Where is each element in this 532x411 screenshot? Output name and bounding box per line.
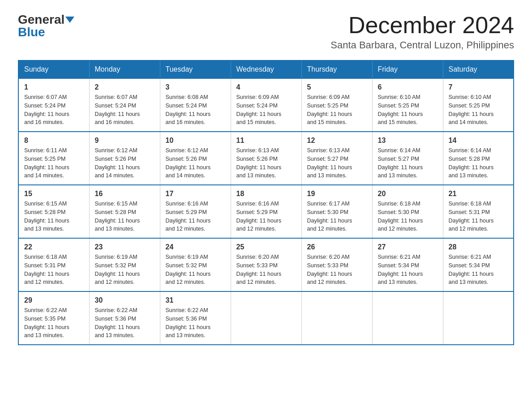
day-number: 21 <box>449 190 508 198</box>
day-number: 30 <box>95 296 154 304</box>
day-info: Sunrise: 6:20 AMSunset: 5:33 PMDaylight:… <box>236 253 296 287</box>
day-info: Sunrise: 6:07 AMSunset: 5:24 PMDaylight:… <box>24 93 84 127</box>
day-number: 28 <box>449 243 508 251</box>
page-header: General Blue December 2024 Santa Barbara… <box>18 13 514 51</box>
calendar-cell <box>372 291 443 345</box>
logo-blue-text: Blue <box>18 26 45 39</box>
calendar-header-row: SundayMondayTuesdayWednesdayThursdayFrid… <box>18 60 514 78</box>
day-number: 20 <box>378 190 438 198</box>
month-title: December 2024 <box>330 13 514 37</box>
day-info: Sunrise: 6:17 AMSunset: 5:30 PMDaylight:… <box>307 200 367 233</box>
day-number: 8 <box>24 137 84 145</box>
calendar-cell: 21Sunrise: 6:18 AMSunset: 5:31 PMDayligh… <box>443 185 514 238</box>
calendar-cell: 9Sunrise: 6:12 AMSunset: 5:26 PMDaylight… <box>89 132 160 185</box>
calendar-cell: 16Sunrise: 6:15 AMSunset: 5:28 PMDayligh… <box>89 185 160 238</box>
day-info: Sunrise: 6:19 AMSunset: 5:32 PMDaylight:… <box>166 253 225 287</box>
day-number: 18 <box>236 190 296 198</box>
calendar-header-thursday: Thursday <box>301 60 372 78</box>
calendar-cell: 29Sunrise: 6:22 AMSunset: 5:35 PMDayligh… <box>18 291 89 345</box>
calendar-header-friday: Friday <box>372 60 443 78</box>
day-number: 14 <box>449 137 508 145</box>
day-number: 13 <box>378 137 438 145</box>
day-info: Sunrise: 6:22 AMSunset: 5:36 PMDaylight:… <box>95 306 154 340</box>
day-number: 19 <box>307 190 367 198</box>
day-info: Sunrise: 6:18 AMSunset: 5:31 PMDaylight:… <box>449 200 508 233</box>
day-number: 15 <box>24 190 84 198</box>
calendar-cell: 2Sunrise: 6:07 AMSunset: 5:24 PMDaylight… <box>89 78 160 132</box>
calendar-cell: 20Sunrise: 6:18 AMSunset: 5:30 PMDayligh… <box>372 185 443 238</box>
calendar-cell: 25Sunrise: 6:20 AMSunset: 5:33 PMDayligh… <box>231 238 301 291</box>
day-info: Sunrise: 6:22 AMSunset: 5:35 PMDaylight:… <box>24 306 84 340</box>
title-section: December 2024 Santa Barbara, Central Luz… <box>330 13 514 51</box>
day-info: Sunrise: 6:21 AMSunset: 5:34 PMDaylight:… <box>449 253 508 287</box>
calendar-cell: 18Sunrise: 6:16 AMSunset: 5:29 PMDayligh… <box>231 185 301 238</box>
calendar-cell: 27Sunrise: 6:21 AMSunset: 5:34 PMDayligh… <box>372 238 443 291</box>
day-info: Sunrise: 6:14 AMSunset: 5:28 PMDaylight:… <box>449 146 508 180</box>
day-info: Sunrise: 6:14 AMSunset: 5:27 PMDaylight:… <box>378 146 438 180</box>
calendar-cell: 14Sunrise: 6:14 AMSunset: 5:28 PMDayligh… <box>443 132 514 185</box>
day-info: Sunrise: 6:18 AMSunset: 5:30 PMDaylight:… <box>378 200 438 233</box>
day-info: Sunrise: 6:15 AMSunset: 5:28 PMDaylight:… <box>95 200 154 233</box>
calendar-cell: 4Sunrise: 6:09 AMSunset: 5:24 PMDaylight… <box>231 78 301 132</box>
calendar-cell: 19Sunrise: 6:17 AMSunset: 5:30 PMDayligh… <box>301 185 372 238</box>
calendar-cell: 8Sunrise: 6:11 AMSunset: 5:25 PMDaylight… <box>18 132 89 185</box>
calendar-week-2: 8Sunrise: 6:11 AMSunset: 5:25 PMDaylight… <box>18 132 514 185</box>
calendar-cell: 5Sunrise: 6:09 AMSunset: 5:25 PMDaylight… <box>301 78 372 132</box>
location-title: Santa Barbara, Central Luzon, Philippine… <box>330 39 514 51</box>
calendar-cell: 7Sunrise: 6:10 AMSunset: 5:25 PMDaylight… <box>443 78 514 132</box>
day-number: 2 <box>95 83 154 91</box>
calendar-header-tuesday: Tuesday <box>160 60 231 78</box>
logo-triangle-icon <box>65 17 74 23</box>
calendar-cell: 10Sunrise: 6:12 AMSunset: 5:26 PMDayligh… <box>160 132 231 185</box>
calendar-week-4: 22Sunrise: 6:18 AMSunset: 5:31 PMDayligh… <box>18 238 514 291</box>
day-number: 24 <box>166 243 225 251</box>
day-info: Sunrise: 6:08 AMSunset: 5:24 PMDaylight:… <box>166 93 225 127</box>
day-info: Sunrise: 6:16 AMSunset: 5:29 PMDaylight:… <box>236 200 296 233</box>
day-number: 4 <box>236 83 296 91</box>
day-info: Sunrise: 6:10 AMSunset: 5:25 PMDaylight:… <box>378 93 438 127</box>
calendar-week-5: 29Sunrise: 6:22 AMSunset: 5:35 PMDayligh… <box>18 291 514 345</box>
calendar-cell: 31Sunrise: 6:22 AMSunset: 5:36 PMDayligh… <box>160 291 231 345</box>
day-number: 27 <box>378 243 438 251</box>
day-number: 7 <box>449 83 508 91</box>
calendar-header-wednesday: Wednesday <box>231 60 301 78</box>
calendar-cell <box>443 291 514 345</box>
day-number: 10 <box>166 137 225 145</box>
day-number: 9 <box>95 137 154 145</box>
calendar-cell: 23Sunrise: 6:19 AMSunset: 5:32 PMDayligh… <box>89 238 160 291</box>
day-number: 3 <box>166 83 225 91</box>
day-number: 6 <box>378 83 438 91</box>
calendar-cell: 11Sunrise: 6:13 AMSunset: 5:26 PMDayligh… <box>231 132 301 185</box>
day-info: Sunrise: 6:13 AMSunset: 5:27 PMDaylight:… <box>307 146 367 180</box>
calendar-week-1: 1Sunrise: 6:07 AMSunset: 5:24 PMDaylight… <box>18 78 514 132</box>
calendar-cell: 26Sunrise: 6:20 AMSunset: 5:33 PMDayligh… <box>301 238 372 291</box>
day-info: Sunrise: 6:10 AMSunset: 5:25 PMDaylight:… <box>449 93 508 127</box>
day-info: Sunrise: 6:22 AMSunset: 5:36 PMDaylight:… <box>166 306 225 340</box>
calendar-header-sunday: Sunday <box>18 60 89 78</box>
calendar-cell: 6Sunrise: 6:10 AMSunset: 5:25 PMDaylight… <box>372 78 443 132</box>
logo: General Blue <box>18 13 74 39</box>
day-number: 17 <box>166 190 225 198</box>
day-number: 25 <box>236 243 296 251</box>
day-number: 29 <box>24 296 84 304</box>
day-info: Sunrise: 6:11 AMSunset: 5:25 PMDaylight:… <box>24 146 84 180</box>
day-info: Sunrise: 6:09 AMSunset: 5:25 PMDaylight:… <box>307 93 367 127</box>
logo-general-text: General <box>18 13 64 26</box>
calendar-cell: 3Sunrise: 6:08 AMSunset: 5:24 PMDaylight… <box>160 78 231 132</box>
day-number: 23 <box>95 243 154 251</box>
day-info: Sunrise: 6:19 AMSunset: 5:32 PMDaylight:… <box>95 253 154 287</box>
calendar-cell: 28Sunrise: 6:21 AMSunset: 5:34 PMDayligh… <box>443 238 514 291</box>
day-number: 11 <box>236 137 296 145</box>
day-number: 1 <box>24 83 84 91</box>
day-info: Sunrise: 6:15 AMSunset: 5:28 PMDaylight:… <box>24 200 84 233</box>
calendar-cell: 1Sunrise: 6:07 AMSunset: 5:24 PMDaylight… <box>18 78 89 132</box>
day-info: Sunrise: 6:21 AMSunset: 5:34 PMDaylight:… <box>378 253 438 287</box>
calendar-cell: 24Sunrise: 6:19 AMSunset: 5:32 PMDayligh… <box>160 238 231 291</box>
day-info: Sunrise: 6:20 AMSunset: 5:33 PMDaylight:… <box>307 253 367 287</box>
day-number: 16 <box>95 190 154 198</box>
calendar-cell: 30Sunrise: 6:22 AMSunset: 5:36 PMDayligh… <box>89 291 160 345</box>
day-info: Sunrise: 6:18 AMSunset: 5:31 PMDaylight:… <box>24 253 84 287</box>
day-number: 12 <box>307 137 367 145</box>
calendar-cell: 22Sunrise: 6:18 AMSunset: 5:31 PMDayligh… <box>18 238 89 291</box>
calendar-week-3: 15Sunrise: 6:15 AMSunset: 5:28 PMDayligh… <box>18 185 514 238</box>
